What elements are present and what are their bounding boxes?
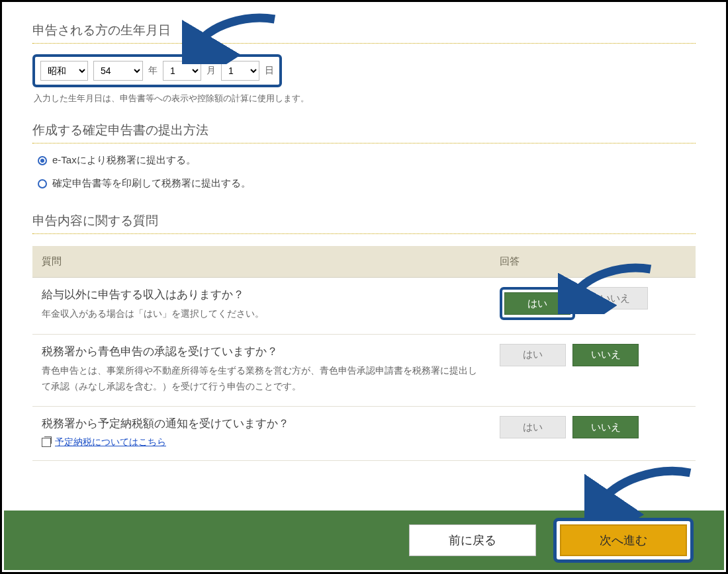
next-button[interactable]: 次へ進む	[560, 524, 687, 556]
q3-text: 税務署から予定納税額の通知を受けていますか？	[42, 416, 481, 431]
q2-answer-group: はい いいえ	[500, 344, 686, 366]
divider	[32, 43, 696, 44]
q3-answer-group: はい いいえ	[500, 416, 686, 438]
q1-answer-group: はい いいえ	[500, 287, 686, 320]
era-select[interactable]: 昭和	[40, 61, 88, 81]
submit-method-title: 作成する確定申告書の提出方法	[32, 122, 696, 139]
q1-yes-highlight: はい	[500, 287, 575, 320]
submit-option-etax-label: e-Taxにより税務署に提出する。	[52, 154, 196, 167]
radio-icon	[38, 156, 47, 165]
month-unit: 月	[206, 65, 216, 77]
q3-yes-button[interactable]: はい	[500, 416, 566, 438]
q1-subtext: 年金収入がある場合は「はい」を選択してください。	[42, 306, 481, 322]
next-button-highlight: 次へ進む	[553, 518, 694, 563]
submit-option-etax[interactable]: e-Taxにより税務署に提出する。	[38, 154, 696, 167]
month-select[interactable]: 1	[163, 61, 201, 81]
questions-section-title: 申告内容に関する質問	[32, 212, 696, 229]
back-button[interactable]: 前に戻る	[409, 524, 536, 556]
dob-highlight-box: 昭和 54 年 1 月 1 日	[32, 54, 282, 87]
q2-text: 税務署から青色申告の承認を受けていますか？	[42, 344, 481, 359]
questions-header-q: 質問	[32, 246, 490, 278]
questions-header-a: 回答	[490, 246, 696, 278]
q2-yes-button[interactable]: はい	[500, 344, 566, 366]
radio-icon	[38, 179, 47, 188]
dob-note: 入力した生年月日は、申告書等への表示や控除額の計算に使用します。	[34, 93, 694, 104]
q2-no-button[interactable]: いいえ	[572, 344, 639, 366]
external-link-icon	[42, 438, 51, 447]
day-select[interactable]: 1	[221, 61, 259, 81]
divider	[32, 233, 696, 234]
footer-bar: 前に戻る 次へ進む	[4, 511, 724, 570]
q1-no-button[interactable]: いいえ	[582, 287, 648, 309]
q3-help-link[interactable]: 予定納税についてはこちら	[55, 436, 166, 448]
questions-table: 質問 回答 給与以外に申告する収入はありますか？ 年金収入がある場合は「はい」を…	[32, 246, 696, 461]
submit-option-print-label: 確定申告書等を印刷して税務署に提出する。	[52, 177, 251, 190]
q1-yes-button[interactable]: はい	[504, 292, 570, 315]
annotation-arrow-icon	[584, 465, 697, 518]
submit-option-print[interactable]: 確定申告書等を印刷して税務署に提出する。	[38, 177, 696, 190]
year-unit: 年	[148, 65, 158, 77]
divider	[32, 143, 696, 144]
q3-no-button[interactable]: いいえ	[572, 416, 639, 438]
q1-text: 給与以外に申告する収入はありますか？	[42, 287, 481, 302]
dob-section-title: 申告される方の生年月日	[32, 22, 696, 39]
year-select[interactable]: 54	[93, 61, 143, 81]
day-unit: 日	[265, 65, 274, 77]
q2-subtext: 青色申告とは、事業所得や不動産所得等を生ずる業務を営む方が、青色申告承認申請書を…	[42, 363, 481, 395]
